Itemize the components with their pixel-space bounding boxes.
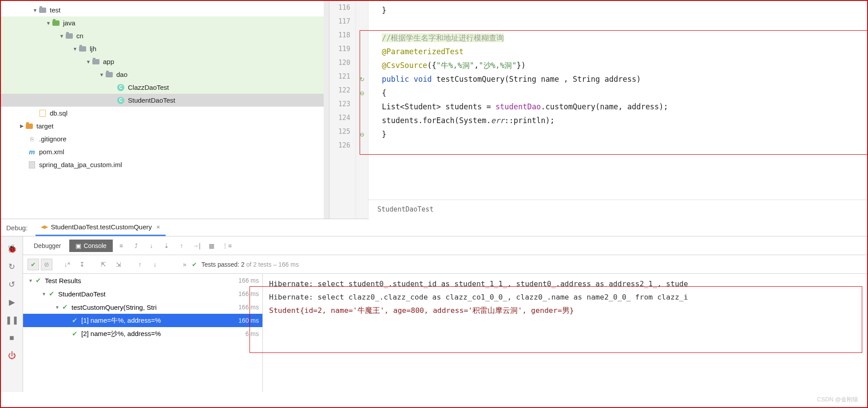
tree-label: dao [116, 71, 127, 78]
show-ignored-icon[interactable]: ⊘ [41, 259, 52, 270]
rerun-icon[interactable]: ↻ [1, 258, 23, 276]
code-annotation: @ParameterizedTest [382, 47, 464, 56]
code-editor[interactable]: 116 117 118 119 120 121 122 123 124 125 … [329, 1, 867, 219]
step-out-icon[interactable]: ↑ [175, 239, 188, 252]
tree-item-ljh[interactable]: ljh [1, 42, 329, 55]
line-number: 124 [329, 114, 356, 128]
console-line-error: Student{id=2, name='牛魔王', age=800, addre… [269, 304, 861, 317]
step-into-icon[interactable]: ↓ [145, 239, 158, 252]
run-gutter-icon[interactable]: ↻ [356, 72, 368, 86]
chevron-down-icon[interactable]: ▼ [28, 278, 34, 283]
scrollbar[interactable] [324, 1, 329, 219]
line-number: 123 [329, 100, 356, 114]
step-over-icon[interactable]: ⤴ [130, 239, 143, 252]
chevron-down-icon[interactable]: ▼ [54, 305, 60, 310]
line-number: 121 [329, 72, 356, 86]
test-toolbar: ✔ ⊘ ↓ᴬ ↧ ⇱ ⇲ ↑ ↓ » ✔ Tests passed: 2 of … [23, 255, 867, 274]
evaluate-icon[interactable]: ▦ [205, 239, 218, 252]
sort-icon[interactable]: ↓ᴬ [60, 258, 74, 271]
tree-label: cn [76, 32, 83, 40]
folder-icon [105, 70, 114, 79]
tree-item-studentdaotest[interactable]: StudentDaoTest [1, 94, 329, 107]
tree-item-dao[interactable]: dao [1, 68, 329, 81]
expand-all-icon[interactable]: ⇲ [112, 258, 125, 271]
line-number: 117 [329, 17, 356, 31]
tree-label: java [63, 19, 75, 27]
console-line: Hibernate: select student0_.student_id a… [269, 277, 861, 291]
maven-icon [28, 148, 36, 156]
folder-icon [65, 32, 74, 40]
tree-item-gitignore[interactable]: ⎘ .gitignore [1, 132, 329, 145]
tab-debugger[interactable]: Debugger [28, 240, 67, 252]
watermark: CSDN @金刚猿 [817, 396, 858, 404]
expand-icon[interactable]: ↧ [75, 258, 89, 271]
check-icon: ✔ [192, 261, 197, 268]
chevrons-icon: » [183, 261, 186, 268]
run-to-cursor-icon[interactable]: →| [190, 239, 203, 252]
stop-icon[interactable]: ■ [1, 329, 23, 347]
chevron-down-icon[interactable]: ▼ [41, 292, 47, 296]
chevron-down-icon[interactable] [72, 46, 78, 52]
debug-tool-window-header: Debug: ◀▶ StudentDaoTest.testCustomQuery… [1, 219, 867, 236]
chevron-down-icon[interactable] [85, 59, 91, 64]
line-number: 120 [329, 59, 356, 72]
settings-icon[interactable]: ≡ [115, 239, 128, 252]
breadcrumb[interactable]: StudentDaoTest [369, 200, 867, 219]
next-icon[interactable]: ↓ [148, 258, 162, 271]
chevron-down-icon[interactable] [45, 20, 52, 26]
chevron-down-icon[interactable] [99, 72, 105, 77]
chevron-down-icon[interactable] [32, 8, 38, 13]
console-line: Hibernate: select clazz0_.clazz_code as … [269, 291, 861, 304]
tree-label: spring_data_jpa_custom.iml [39, 161, 122, 168]
debug-side-toolbar: 🐞 ↻ ↺ ▶ ❚❚ ■ ⏻ [1, 236, 23, 392]
test-run-2[interactable]: ✔ [2] name=沙%, address=% 6 ms [23, 327, 262, 340]
debug-icon[interactable]: 🐞 [1, 240, 23, 258]
test-run-1[interactable]: ✔ [1] name=牛%, address=% 160 ms [23, 314, 262, 327]
test-results-tree[interactable]: ▼ ✔ Test Results 166 ms ▼ ✔ StudentDaoTe… [23, 274, 263, 392]
folder-icon [91, 57, 100, 66]
tree-label: db.sql [50, 109, 67, 117]
rerun-failed-icon[interactable]: ↺ [1, 276, 23, 293]
debug-tabs-row: Debugger ▣Console ≡ ⤴ ↓ ⇣ ↑ →| ▦ ⋮≡ [23, 236, 867, 255]
tree-item-iml[interactable]: spring_data_jpa_custom.iml [1, 158, 329, 171]
exit-icon[interactable]: ⏻ [1, 347, 23, 364]
show-passed-icon[interactable]: ✔ [28, 259, 39, 270]
code-line: { [382, 88, 386, 97]
force-step-into-icon[interactable]: ⇣ [160, 239, 173, 252]
tab-console[interactable]: ▣Console [69, 240, 113, 252]
chevron-down-icon[interactable] [59, 33, 65, 39]
tree-item-cn[interactable]: cn [1, 29, 329, 42]
test-method[interactable]: ▼ ✔ testCustomQuery(String, Stri 166 ms [23, 300, 262, 314]
tree-item-java[interactable]: java [1, 16, 329, 29]
tree-label: ljh [90, 45, 96, 52]
code-line: } [382, 6, 386, 15]
pause-icon[interactable]: ❚❚ [1, 311, 23, 329]
gutter-icons: ↻ ⊖⊖ [356, 1, 369, 219]
console-output[interactable]: Hibernate: select student0_.student_id a… [263, 274, 867, 392]
prev-icon[interactable]: ↑ [133, 258, 147, 271]
close-icon[interactable]: × [156, 223, 160, 231]
tree-label: .gitignore [39, 135, 67, 143]
debug-config-tab[interactable]: ◀▶ StudentDaoTest.testCustomQuery × [36, 219, 165, 236]
chevron-right-icon[interactable] [19, 123, 25, 129]
tree-label: ClazzDaoTest [128, 84, 169, 91]
check-icon: ✔ [36, 276, 41, 284]
more-icon[interactable]: ⋮≡ [220, 239, 234, 252]
console-icon: ▣ [75, 242, 81, 249]
tree-item-test[interactable]: test [1, 4, 329, 16]
tree-item-clazzdaotest[interactable]: ClazzDaoTest [1, 81, 329, 94]
test-root[interactable]: ▼ ✔ Test Results 166 ms [23, 274, 262, 287]
tree-item-pom[interactable]: pom.xml [1, 145, 329, 158]
resume-icon[interactable]: ▶ [1, 293, 23, 311]
folder-icon [38, 6, 47, 15]
line-number: 122 [329, 86, 356, 100]
tree-item-target[interactable]: target [1, 120, 329, 132]
collapse-icon[interactable]: ⇱ [97, 258, 110, 271]
git-file-icon: ⎘ [28, 135, 36, 144]
test-class[interactable]: ▼ ✔ StudentDaoTest 166 ms [23, 287, 262, 300]
code-comment: //根据学生名字和地址进行模糊查询 [382, 33, 504, 42]
code-area[interactable]: } //根据学生名字和地址进行模糊查询 @ParameterizedTest @… [369, 1, 867, 219]
project-tree[interactable]: test java cn ljh app dao Cl [1, 1, 329, 219]
tree-item-dbsql[interactable]: db.sql [1, 107, 329, 120]
tree-item-app[interactable]: app [1, 55, 329, 68]
